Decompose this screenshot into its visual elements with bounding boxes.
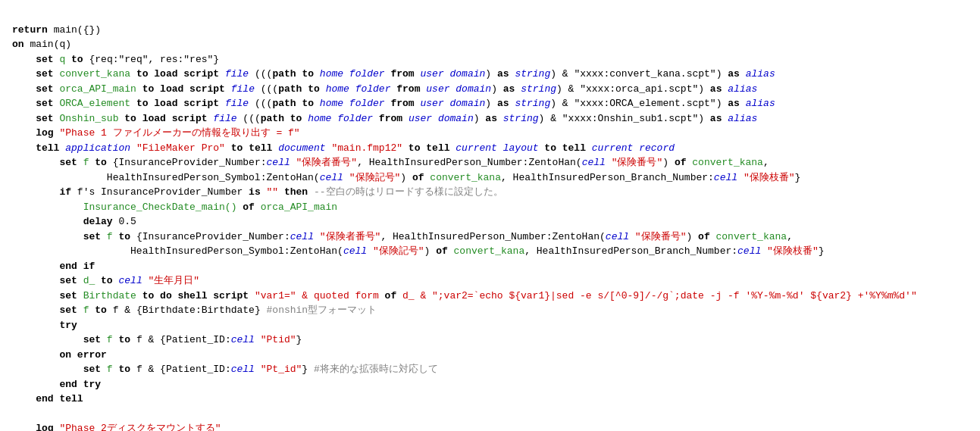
line-set-orca-api: set orca_API_main to load script file ((… xyxy=(12,83,757,95)
line-set-f-birthdate: set f to f & {Birthdate:Birthdate} #onsh… xyxy=(12,305,377,316)
line-delay: delay 0.5 xyxy=(12,216,136,227)
line-end-tell: end tell xyxy=(12,393,83,404)
line-on-error: on error xyxy=(12,349,107,361)
line-if-insurer: if f's InsuranceProvider_Number is "" th… xyxy=(12,186,503,198)
line-return: return main({}) xyxy=(12,24,101,36)
line-set-f-3: set f to {InsuranceProvider_Number:cell … xyxy=(12,231,793,242)
line-set-patient-id: set f to f & {Patient_ID:cell "Ptid"} xyxy=(12,334,302,345)
line-set-convert-kana: set convert_kana to load script file (((… xyxy=(12,68,775,80)
line-end-try: end try xyxy=(12,379,101,390)
line-blank xyxy=(12,408,18,420)
line-set-patient-id2: set f to f & {Patient_ID:cell "Pt_id"} #… xyxy=(12,364,438,375)
line-try: try xyxy=(12,320,77,331)
line-set-d: set d_ to cell "生年月日" xyxy=(12,275,199,286)
line-set-q: set q to {req:"req", res:"res"} xyxy=(12,54,219,65)
line-set-birthdate: set Birthdate to do shell script "var1="… xyxy=(12,290,917,301)
code-content: return main({}) on main(q) set q to {req… xyxy=(12,8,968,431)
line-set-f-4: HealthInsuredPerson_Symbol:ZentoHan(cell… xyxy=(12,245,825,257)
line-set-f-1: set f to {InsuranceProvider_Number:cell … xyxy=(12,157,769,168)
line-log-phase1: log "Phase 1 ファイルメーカーの情報を取り出す = f" xyxy=(12,127,300,139)
line-on-main: on main(q) xyxy=(12,39,71,50)
line-end-if: end if xyxy=(12,261,95,272)
line-check-date: Insurance_CheckDate_main() of orca_API_m… xyxy=(12,201,337,213)
line-set-onshin: set Onshin_sub to load script file (((pa… xyxy=(12,113,757,124)
line-tell-app: tell application "FileMaker Pro" to tell… xyxy=(12,142,675,154)
line-set-orca-element: set ORCA_element to load script file (((… xyxy=(12,98,775,109)
line-set-f-2: HealthInsuredPerson_Symbol:ZentoHan(cell… xyxy=(12,172,800,183)
line-log-phase2: log "Phase 2ディスクをマウントする" xyxy=(12,423,221,431)
